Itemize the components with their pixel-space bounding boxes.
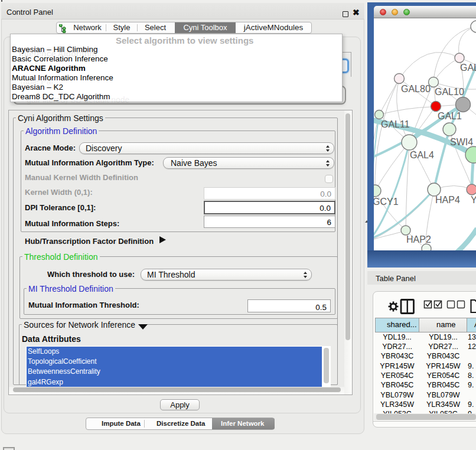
svg-text:SWI4: SWI4 (450, 137, 473, 147)
svg-text:HAP2: HAP2 (406, 234, 431, 244)
svg-text:GCY1: GCY1 (374, 197, 399, 207)
svg-text:GAL4: GAL4 (410, 150, 434, 160)
svg-text:GAL80: GAL80 (401, 84, 431, 94)
svg-text:GAL1: GAL1 (438, 111, 462, 121)
svg-text:GAL: GAL (460, 63, 476, 73)
svg-text:GAL11: GAL11 (381, 119, 410, 129)
svg-text:HAP4: HAP4 (435, 195, 460, 205)
svg-text:GAL10: GAL10 (435, 87, 464, 97)
svg-text:Y: Y (471, 195, 476, 205)
